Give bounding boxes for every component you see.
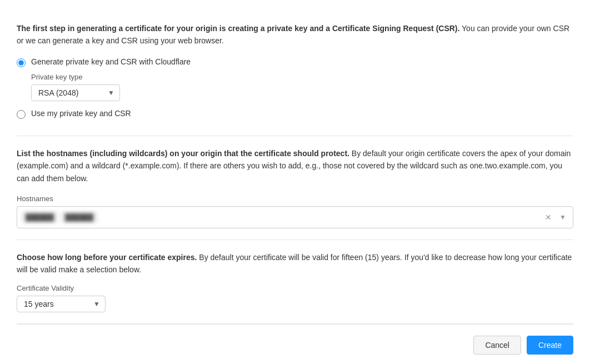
create-button[interactable]: Create xyxy=(527,336,573,355)
expiry-bold: Choose how long before your certificate … xyxy=(17,253,197,262)
private-key-select[interactable]: RSA (2048) ECDSA (P-256) xyxy=(31,84,120,101)
private-key-label: Private key type xyxy=(31,73,573,81)
expiry-section: Choose how long before your certificate … xyxy=(17,240,573,324)
hostnames-dropdown-button[interactable]: ▼ xyxy=(557,214,568,221)
hostnames-bold: List the hostnames (including wildcards)… xyxy=(17,149,349,158)
hostnames-label: Hostnames xyxy=(17,195,573,203)
validity-field-group: Certificate Validity 15 years 10 years 5… xyxy=(17,284,573,312)
validity-select[interactable]: 15 years 10 years 5 years 2 years 1 year xyxy=(17,296,106,312)
intro-text: The first step in generating a certifica… xyxy=(17,22,573,47)
option-generate-label: Generate private key and CSR with Cloudf… xyxy=(31,57,191,66)
hostnames-clear-button[interactable]: ✕ xyxy=(543,213,554,221)
csr-section: The first step in generating a certifica… xyxy=(17,11,573,136)
validity-label: Certificate Validity xyxy=(17,284,573,292)
page-container: The first step in generating a certifica… xyxy=(0,0,590,364)
private-key-select-wrapper: RSA (2048) ECDSA (P-256) ▼ xyxy=(31,84,120,101)
hostnames-input-wrapper[interactable]: ██████ ██████ ✕ ▼ xyxy=(17,206,573,228)
option-generate[interactable]: Generate private key and CSR with Cloudf… xyxy=(17,57,573,67)
private-key-field-group: Private key type RSA (2048) ECDSA (P-256… xyxy=(31,73,573,101)
option-own-key[interactable]: Use my private key and CSR xyxy=(17,109,573,119)
hostname-tag-1[interactable]: ██████ xyxy=(22,212,58,223)
hostname-tag-2[interactable]: ██████ xyxy=(61,212,97,223)
option-own-key-radio[interactable] xyxy=(17,110,26,119)
hostnames-text-input[interactable] xyxy=(101,213,539,222)
option-own-key-label: Use my private key and CSR xyxy=(31,109,131,118)
validity-select-wrapper: 15 years 10 years 5 years 2 years 1 year… xyxy=(17,296,106,312)
actions-bar: Cancel Create xyxy=(17,325,573,360)
expiry-description: Choose how long before your certificate … xyxy=(17,251,573,276)
intro-bold: The first step in generating a certifica… xyxy=(17,24,459,33)
hostnames-description: List the hostnames (including wildcards)… xyxy=(17,147,573,185)
cancel-button[interactable]: Cancel xyxy=(473,336,521,355)
option-generate-radio[interactable] xyxy=(17,58,26,67)
hostnames-field: Hostnames ██████ ██████ ✕ ▼ xyxy=(17,195,573,228)
hostnames-section: List the hostnames (including wildcards)… xyxy=(17,136,573,240)
hostnames-controls: ✕ ▼ xyxy=(543,213,568,221)
